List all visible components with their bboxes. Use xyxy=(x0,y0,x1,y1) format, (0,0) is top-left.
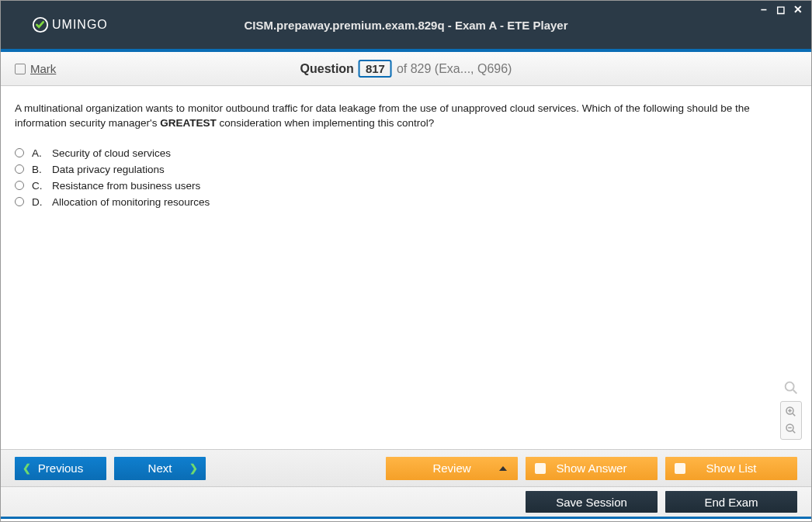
answer-option-d[interactable]: D. Allocation of monitoring resources xyxy=(15,194,797,210)
show-list-button[interactable]: Show List xyxy=(665,457,797,480)
answer-letter: A. xyxy=(32,147,44,159)
window-controls: – ◻ ✕ xyxy=(757,4,805,15)
answer-option-a[interactable]: A. Security of cloud services xyxy=(15,145,797,161)
question-text: A multinational organization wants to mo… xyxy=(15,102,797,131)
mark-checkbox[interactable] xyxy=(15,64,26,74)
next-button[interactable]: Next ❯ xyxy=(114,457,206,480)
title-bar: UMINGO CISM.prepaway.premium.exam.829q -… xyxy=(1,1,811,52)
svg-line-9 xyxy=(793,430,795,433)
window-title: CISM.prepaway.premium.exam.829q - Exam A… xyxy=(244,19,567,32)
arrow-left-icon: ❮ xyxy=(23,462,31,474)
radio-icon[interactable] xyxy=(15,197,24,206)
radio-icon[interactable] xyxy=(15,181,24,190)
search-icon[interactable] xyxy=(783,379,800,396)
save-session-button[interactable]: Save Session xyxy=(526,491,658,513)
close-button[interactable]: ✕ xyxy=(791,4,805,15)
save-session-label: Save Session xyxy=(556,496,627,509)
triangle-up-icon xyxy=(499,466,507,471)
zoom-in-icon[interactable] xyxy=(783,405,799,419)
question-content: A multinational organization wants to mo… xyxy=(1,86,811,449)
question-number-box[interactable]: 817 xyxy=(359,60,392,78)
svg-line-2 xyxy=(793,390,797,394)
session-bar: Save Session End Exam xyxy=(1,486,811,519)
question-word: Question xyxy=(300,62,354,76)
navigation-bar: ❮ Previous Next ❯ Review Show Answer Sho… xyxy=(1,449,811,486)
app-logo: UMINGO xyxy=(1,16,108,33)
show-list-label: Show List xyxy=(706,462,756,475)
logo-text: UMINGO xyxy=(52,18,108,32)
review-button[interactable]: Review xyxy=(386,457,518,480)
answer-letter: D. xyxy=(32,196,44,208)
list-icon xyxy=(675,463,685,474)
minimize-button[interactable]: – xyxy=(757,4,771,15)
next-label: Next xyxy=(148,462,172,475)
puzzle-icon xyxy=(535,463,546,474)
question-header-bar: Mark Question 817 of 829 (Exa..., Q696) xyxy=(1,52,811,86)
maximize-button[interactable]: ◻ xyxy=(774,4,788,15)
answer-text: Allocation of monitoring resources xyxy=(52,196,210,208)
logo-check-icon xyxy=(32,16,49,33)
answer-text: Data privacy regulations xyxy=(52,164,165,175)
radio-icon[interactable] xyxy=(15,148,24,157)
zoom-box xyxy=(780,401,802,440)
question-counter: Question 817 of 829 (Exa..., Q696) xyxy=(300,60,512,78)
previous-label: Previous xyxy=(38,462,83,475)
answer-text: Security of cloud services xyxy=(52,147,171,159)
arrow-right-icon: ❯ xyxy=(189,462,198,474)
answer-list: A. Security of cloud services B. Data pr… xyxy=(15,145,797,210)
question-emphasis: GREATEST xyxy=(160,117,217,129)
answer-text: Resistance from business users xyxy=(52,180,200,192)
show-answer-button[interactable]: Show Answer xyxy=(526,457,658,480)
svg-point-1 xyxy=(786,382,794,391)
svg-line-6 xyxy=(793,413,795,416)
end-exam-button[interactable]: End Exam xyxy=(665,491,797,513)
question-text-after: consideration when implementing this con… xyxy=(217,117,435,129)
answer-letter: C. xyxy=(32,180,44,192)
answer-option-b[interactable]: B. Data privacy regulations xyxy=(15,161,797,178)
end-exam-label: End Exam xyxy=(704,496,758,509)
mark-label[interactable]: Mark xyxy=(30,62,56,75)
zoom-out-icon[interactable] xyxy=(783,422,799,436)
review-label: Review xyxy=(432,462,470,475)
question-total-text: of 829 (Exa..., Q696) xyxy=(397,62,512,76)
answer-letter: B. xyxy=(32,164,44,175)
radio-icon[interactable] xyxy=(15,164,24,174)
answer-option-c[interactable]: C. Resistance from business users xyxy=(15,178,797,194)
zoom-tools xyxy=(780,379,802,440)
show-answer-label: Show Answer xyxy=(557,462,627,475)
previous-button[interactable]: ❮ Previous xyxy=(15,457,106,480)
mark-control[interactable]: Mark xyxy=(15,62,56,75)
